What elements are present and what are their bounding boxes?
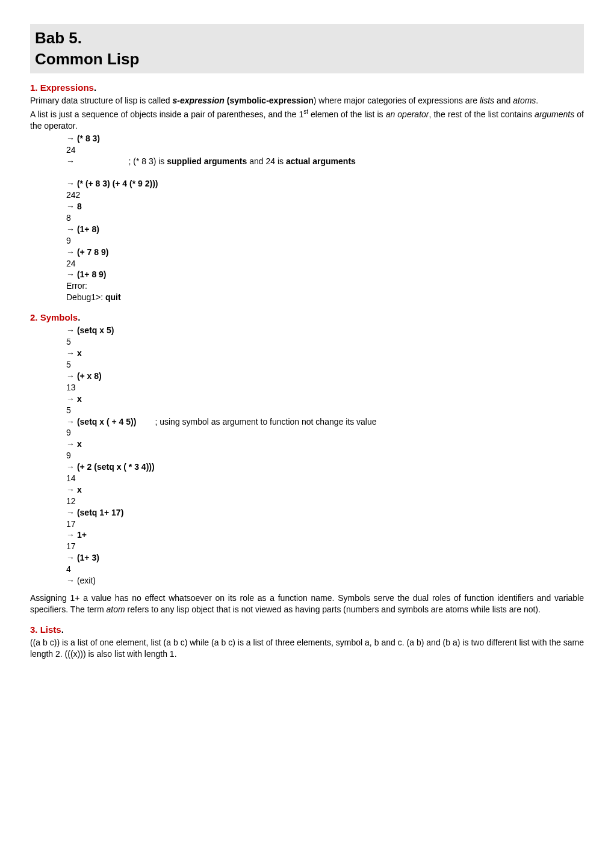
code-line: → x bbox=[66, 393, 584, 405]
code-line: 242 bbox=[66, 189, 584, 201]
code-line: 8 bbox=[66, 212, 584, 224]
code-line: 17 bbox=[66, 519, 584, 530]
section-1-para-1: Primary data structure of lisp is called… bbox=[30, 95, 584, 106]
section-3-heading: 3. Lists. bbox=[30, 624, 584, 636]
code-line: → (+ 2 (setq x ( * 3 4))) bbox=[66, 461, 584, 473]
code-line: → (1+ 3) bbox=[66, 552, 584, 564]
code-line: → 8 bbox=[66, 201, 584, 212]
code-line: 4 bbox=[66, 564, 584, 575]
code-line: → (exit) bbox=[66, 575, 584, 586]
code-line: → (setq 1+ 17) bbox=[66, 507, 584, 519]
code-line: → (+ 7 8 9) bbox=[66, 247, 584, 258]
code-line: → (setq x ( + 4 5)) ; using symbol as ar… bbox=[66, 416, 584, 428]
code-line: 24 bbox=[66, 144, 584, 156]
code-line: → x bbox=[66, 484, 584, 496]
code-line: → (* (+ 8 3) (+ 4 (* 9 2))) bbox=[66, 178, 584, 189]
code-line: → x bbox=[66, 348, 584, 359]
code-line bbox=[66, 167, 584, 178]
code-line: 9 bbox=[66, 235, 584, 247]
code-line: 13 bbox=[66, 382, 584, 393]
code-line: 12 bbox=[66, 496, 584, 507]
code-line: 9 bbox=[66, 427, 584, 439]
code-line: → (setq x 5) bbox=[66, 325, 584, 336]
code-line: → (1+ 8) bbox=[66, 224, 584, 235]
code-line: 14 bbox=[66, 473, 584, 484]
section-2-para-1: Assigning 1+ a value has no effect whats… bbox=[30, 593, 584, 615]
code-line: → ; (* 8 3) is supplied arguments and 24… bbox=[66, 156, 584, 167]
code-line: → (1+ 8 9) bbox=[66, 269, 584, 280]
section-1-heading: 1. Expressions. bbox=[30, 82, 584, 94]
section-2-code: → (setq x 5)5→ x5→ (+ x 8)13→ x5→ (setq … bbox=[66, 325, 584, 586]
section-2-heading: 2. Symbols. bbox=[30, 312, 584, 324]
code-line: 5 bbox=[66, 336, 584, 348]
code-line: 24 bbox=[66, 258, 584, 269]
code-line: → x bbox=[66, 439, 584, 450]
title-line2: Common Lisp bbox=[35, 49, 579, 70]
section-3-para-1: ((a b c)) is a list of one element, list… bbox=[30, 637, 584, 660]
title-block: Bab 5. Common Lisp bbox=[30, 24, 584, 73]
code-line: 5 bbox=[66, 405, 584, 416]
section-1-para-2: A list is just a sequence of objects ins… bbox=[30, 108, 584, 131]
code-line: Error: bbox=[66, 280, 584, 292]
code-line: Debug1>: quit bbox=[66, 292, 584, 303]
section-1-code: → (* 8 3)24→ ; (* 8 3) is supplied argum… bbox=[66, 133, 584, 303]
code-line: → (+ x 8) bbox=[66, 371, 584, 382]
code-line: 9 bbox=[66, 450, 584, 461]
code-line: → 1+ bbox=[66, 529, 584, 541]
code-line: 17 bbox=[66, 541, 584, 552]
code-line: 5 bbox=[66, 359, 584, 371]
code-line: → (* 8 3) bbox=[66, 133, 584, 144]
title-line1: Bab 5. bbox=[35, 28, 579, 49]
